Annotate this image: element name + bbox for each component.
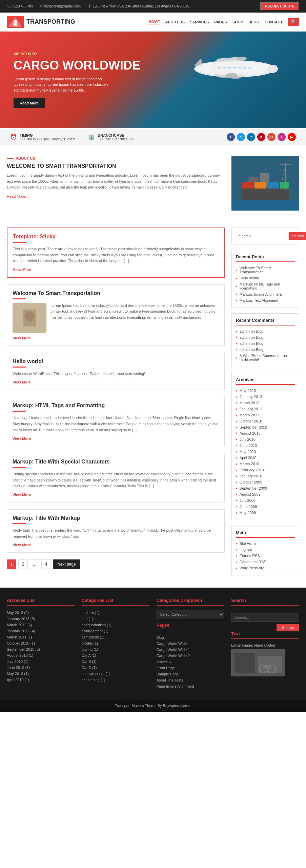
comment-link-2[interactable]: admin on Blog [240, 335, 263, 339]
fw-archive-12[interactable]: April 2010 (1) [7, 678, 29, 682]
archive-jul2010[interactable]: July 2010 [240, 437, 256, 441]
comment-link-1[interactable]: admin on Blog [240, 329, 263, 333]
archive-jan2013[interactable]: January 2013 [240, 395, 262, 399]
page-ellipsis[interactable]: ... [30, 559, 39, 569]
fw-cat-5[interactable]: asmodeus (1) [82, 635, 104, 639]
fw-page-cargo1[interactable]: Cargo World Wide 1 [157, 648, 190, 652]
recent-post-link-4[interactable]: Markup: Image Alignment [240, 292, 282, 296]
nav-services[interactable]: SERVICES [190, 20, 209, 24]
nav-contact[interactable]: CONTACT [265, 20, 283, 24]
nav-search-button[interactable]: 🔍 [288, 18, 299, 26]
comment-link-5[interactable]: A WordPress Commenter on Hello world! [240, 354, 295, 362]
hero-read-more-button[interactable]: Read More [14, 98, 45, 108]
archive-oct2010[interactable]: October 2010 [240, 419, 262, 423]
nav-pages[interactable]: PAGES [214, 20, 227, 24]
about-read-more[interactable]: Read More... [7, 194, 28, 198]
instagram-icon[interactable]: i [278, 133, 286, 141]
footer-category-select[interactable]: Select Category [157, 610, 225, 619]
archive-feb2010[interactable]: February 2010 [240, 468, 264, 472]
archive-may2009[interactable]: May 2009 [240, 511, 256, 515]
archive-mar2012[interactable]: March 2012 [240, 401, 259, 405]
archive-sep2009[interactable]: September 2009 [240, 486, 267, 490]
googleplus-icon[interactable]: g+ [267, 133, 276, 141]
nav-shop[interactable]: SHOP [232, 20, 243, 24]
fw-page-sample[interactable]: Sample Page [157, 672, 179, 676]
fw-archive-6[interactable]: October 2010 (1) [7, 641, 35, 645]
view-more-4[interactable]: View More [13, 436, 219, 440]
archive-aug2009[interactable]: August 2009 [240, 492, 261, 496]
pinterest-icon[interactable]: p [257, 133, 265, 141]
fw-cat-10[interactable]: Cat C (1) [82, 666, 97, 670]
archive-jan2010[interactable]: January 2010 [240, 474, 262, 478]
page-2-button[interactable]: 2 [18, 559, 28, 569]
archive-mar2010[interactable]: March 2010 [240, 462, 259, 466]
fw-cat-4[interactable]: arrangement (1) [82, 629, 108, 633]
nav-about[interactable]: ABOUT US [165, 20, 184, 24]
archive-may2018[interactable]: May 2018 [240, 389, 256, 393]
fw-page-front[interactable]: Front Page [157, 666, 175, 670]
fw-cat-11[interactable]: championship (1) [82, 672, 110, 676]
facebook-icon[interactable]: f [227, 133, 235, 141]
comment-link-3[interactable]: admin on Blog [240, 341, 263, 346]
fw-cat-8[interactable]: Cat A (1) [82, 653, 96, 657]
view-more-6[interactable]: View More [13, 543, 219, 547]
sidebar-search-input[interactable] [236, 232, 289, 240]
recent-post-link-1[interactable]: Welcome To Smart Transportation [240, 266, 295, 274]
next-page-button[interactable]: Next page [53, 559, 80, 569]
fw-page-cargo2[interactable]: Cargo World Wide 2 [157, 654, 190, 658]
archive-apr2010[interactable]: April 2010 [240, 456, 257, 460]
comment-link-4[interactable]: admin on Blog [240, 348, 263, 352]
fw-page-image-align[interactable]: Page Image Alignment [157, 684, 194, 688]
view-more-3[interactable]: View More [13, 380, 219, 384]
fw-archive-8[interactable]: August 2010 (1) [7, 653, 33, 657]
fw-page-blog[interactable]: Blog [157, 635, 164, 639]
linkedin-icon[interactable]: in [247, 133, 255, 141]
footer-search-input[interactable] [231, 613, 299, 622]
archive-may2010[interactable]: May 2010 [240, 450, 256, 454]
fw-archive-5[interactable]: March 2011 (1) [7, 635, 32, 639]
archive-jun2009[interactable]: June 2009 [240, 505, 257, 509]
page-1-button[interactable]: 1 [7, 559, 16, 569]
fw-archive-10[interactable]: June 2010 (3) [7, 666, 30, 670]
fw-cat-3[interactable]: antiquarianism (1) [82, 623, 111, 627]
fw-cat-2[interactable]: sub (1) [82, 617, 93, 621]
twitter-icon[interactable]: t [237, 133, 245, 141]
archive-mar2011[interactable]: March 2011 [240, 413, 259, 417]
fw-cat-9[interactable]: Cat B (1) [82, 659, 97, 664]
meta-logout[interactable]: Log out [240, 548, 252, 552]
fw-archive-7[interactable]: September 2010 (2) [7, 647, 40, 651]
archive-jan2012[interactable]: January 2012 [240, 407, 262, 411]
nav-blog[interactable]: BLOG [248, 20, 259, 24]
fw-archive-1[interactable]: May 2018 (2) [7, 611, 29, 615]
archive-sep2010[interactable]: September 2010 [240, 425, 267, 429]
meta-entries-rss[interactable]: Entries RSS [240, 554, 260, 558]
archive-jul2009[interactable]: July 2009 [240, 498, 256, 502]
meta-comments-rss[interactable]: Comments RSS [240, 560, 266, 564]
footer-search-button[interactable]: Search [277, 624, 299, 631]
archive-jun2010[interactable]: June 2010 [240, 443, 257, 448]
page-4-button[interactable]: 4 [41, 559, 51, 569]
youtube-icon[interactable]: ▶ [288, 133, 296, 141]
recent-post-link-3[interactable]: Markup: HTML Tags and Formatting [240, 282, 295, 290]
fw-archive-2[interactable]: January 2013 (5) [7, 617, 35, 621]
sidebar-search-button[interactable]: Search [289, 232, 306, 240]
view-more-1[interactable]: View More [13, 268, 219, 272]
nav-home[interactable]: HOME [148, 20, 160, 24]
fw-cat-1[interactable]: aciform (1) [82, 611, 100, 615]
recent-post-link-5[interactable]: Markup: Text Alignment [240, 298, 278, 302]
meta-site-admin[interactable]: Site Admin [240, 541, 258, 546]
fw-page-about-tests[interactable]: About The Tests [157, 678, 183, 682]
archive-oct2009[interactable]: October 2009 [240, 480, 262, 484]
fw-archive-4[interactable]: January 2012 (4) [7, 629, 35, 633]
request-quote-button[interactable]: REQUEST QUOTE [260, 2, 299, 11]
fw-page-col4[interactable]: column 4 [157, 660, 172, 664]
recent-post-link-2[interactable]: Hello world! [240, 276, 259, 280]
fw-page-cargo[interactable]: Cargo World Wide [157, 642, 187, 646]
fw-cat-7[interactable]: buying (1) [82, 647, 98, 651]
view-more-2[interactable]: View More [13, 336, 219, 340]
fw-archive-3[interactable]: March 2012 (6) [7, 623, 32, 627]
fw-cat-6[interactable]: broder (1) [82, 641, 98, 645]
fw-archive-11[interactable]: May 2010 (1) [7, 672, 29, 676]
archive-aug2010[interactable]: August 2010 [240, 431, 261, 435]
meta-wordpress[interactable]: WordPress.org [240, 566, 264, 570]
